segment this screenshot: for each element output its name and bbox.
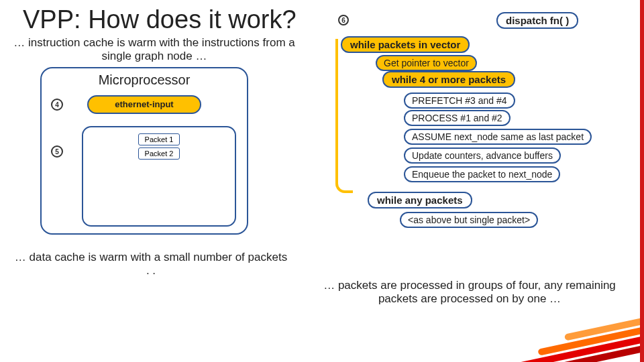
prefetch-chip: PREFETCH #3 and #4 [404,93,515,109]
while-any-chip: while any packets [368,192,472,208]
packet-buffer-box: Packet 1 Packet 2 [82,126,236,227]
microprocessor-box: Microprocessor 4 ethernet-input 5 Packet… [40,67,248,235]
assume-chip: ASSUME next_node same as last packet [404,129,592,145]
page-title: VPP: How does it work? [23,5,297,34]
while-four-chip: while 4 or more packets [382,71,515,88]
process-chip: PROCESS #1 and #2 [404,110,511,126]
step-badge-5: 5 [51,145,63,158]
microprocessor-label: Microprocessor [42,72,247,88]
step-badge-6: 6 [338,15,349,25]
ethernet-input-chip: ethernet-input [87,95,201,114]
while-vector-chip: while packets in vector [341,36,470,53]
packet-row: Packet 2 [138,147,180,160]
while-vector-stroke [335,39,353,193]
packet-row: Packet 1 [138,133,180,145]
note-icache: … instruction cache is warm with the ins… [7,36,302,63]
note-groups: … packets are processed in groups of fou… [315,279,624,306]
note-dcache: … data cache is warm with a small number… [13,251,288,278]
dispatch-fn-chip: dispatch fn( ) [496,12,578,29]
step-badge-4: 4 [51,99,63,111]
get-pointer-chip: Get pointer to vector [376,55,477,71]
counters-chip: Update counters, advance buffers [404,147,561,164]
right-edge-bar [640,0,644,362]
single-packet-chip: <as above but single packet> [400,212,538,228]
enqueue-chip: Enqueue the packet to next_node [404,166,560,182]
